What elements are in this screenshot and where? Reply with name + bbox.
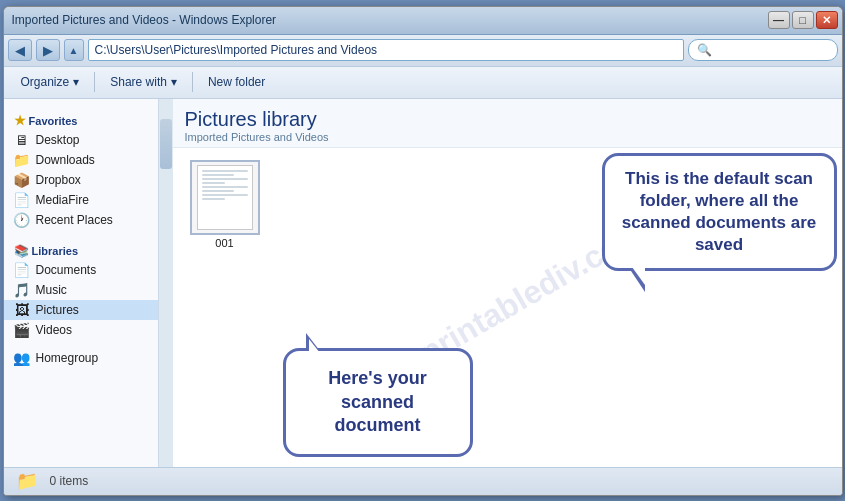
search-icon: 🔍 xyxy=(697,43,712,57)
callout-scan-folder: This is the default scan folder, where a… xyxy=(602,153,837,271)
window-title: Imported Pictures and Videos - Windows E… xyxy=(12,13,277,27)
folder-label: 001 xyxy=(215,237,233,249)
search-box[interactable]: 🔍 xyxy=(688,39,838,61)
favorites-section: ★ Favorites xyxy=(4,107,158,130)
content-pane: Pictures library Imported Pictures and V… xyxy=(173,99,842,467)
minimize-button[interactable]: — xyxy=(768,11,790,29)
title-bar: Imported Pictures and Videos - Windows E… xyxy=(4,7,842,35)
pictures-icon: 🖼 xyxy=(14,302,30,318)
doc-line-3 xyxy=(202,178,248,180)
window: Imported Pictures and Videos - Windows E… xyxy=(3,6,843,496)
content-header: Pictures library Imported Pictures and V… xyxy=(173,99,842,148)
sidebar-item-pictures[interactable]: 🖼 Pictures xyxy=(4,300,158,320)
dropbox-icon: 📦 xyxy=(14,172,30,188)
sidebar-item-mediafire[interactable]: 📄 MediaFire xyxy=(4,190,158,210)
callout-top-right-text: This is the default scan folder, where a… xyxy=(619,168,820,256)
callout-arrow-inner xyxy=(632,267,645,285)
folder-thumbnail xyxy=(190,160,260,235)
library-title: Pictures library xyxy=(185,107,830,131)
sidebar-item-downloads[interactable]: 📁 Downloads xyxy=(4,150,158,170)
sidebar-item-documents[interactable]: 📄 Documents xyxy=(4,260,158,280)
back-button[interactable]: ◀ xyxy=(8,39,32,61)
sidebar-item-homegroup[interactable]: 👥 Homegroup xyxy=(4,348,158,368)
forward-button[interactable]: ▶ xyxy=(36,39,60,61)
library-subtitle: Imported Pictures and Videos xyxy=(185,131,830,143)
share-chevron-icon: ▾ xyxy=(171,75,177,89)
sidebar: ★ Favorites 🖥 Desktop 📁 Downloads 📦 Drop… xyxy=(4,99,159,467)
main-area: ★ Favorites 🖥 Desktop 📁 Downloads 📦 Drop… xyxy=(4,99,842,467)
document-preview xyxy=(197,165,253,230)
sidebar-item-recent-places[interactable]: 🕐 Recent Places xyxy=(4,210,158,230)
toolbar: Organize ▾ Share with ▾ New folder xyxy=(4,67,842,99)
maximize-button[interactable]: □ xyxy=(792,11,814,29)
address-bar[interactable]: C:\Users\User\Pictures\Imported Pictures… xyxy=(88,39,684,61)
callout-bottom-text: Here's your scanned document xyxy=(300,367,456,437)
organize-chevron-icon: ▾ xyxy=(73,75,79,89)
toolbar-separator-1 xyxy=(94,72,95,92)
scrollbar-thumb[interactable] xyxy=(160,119,172,169)
toolbar-separator-2 xyxy=(192,72,193,92)
downloads-icon: 📁 xyxy=(14,152,30,168)
mediafire-icon: 📄 xyxy=(14,192,30,208)
status-items-count: 0 items xyxy=(50,474,89,488)
organize-button[interactable]: Organize ▾ xyxy=(12,70,89,94)
recent-places-icon: 🕐 xyxy=(14,212,30,228)
videos-icon: 🎬 xyxy=(14,322,30,338)
status-bar: 📁 0 items xyxy=(4,467,842,495)
navigation-bar: ◀ ▶ ▲ C:\Users\User\Pictures\Imported Pi… xyxy=(4,35,842,67)
doc-line-8 xyxy=(202,198,225,200)
share-with-label: Share with xyxy=(110,75,167,89)
music-icon: 🎵 xyxy=(14,282,30,298)
close-button[interactable]: ✕ xyxy=(816,11,838,29)
sidebar-item-music[interactable]: 🎵 Music xyxy=(4,280,158,300)
doc-line-5 xyxy=(202,186,248,188)
folder-item-001[interactable]: 001 xyxy=(185,160,265,249)
homegroup-icon: 👥 xyxy=(14,350,30,366)
doc-line-6 xyxy=(202,190,234,192)
new-folder-label: New folder xyxy=(208,75,265,89)
new-folder-button[interactable]: New folder xyxy=(199,70,274,94)
documents-icon: 📄 xyxy=(14,262,30,278)
sidebar-item-dropbox[interactable]: 📦 Dropbox xyxy=(4,170,158,190)
window-controls: — □ ✕ xyxy=(768,11,838,29)
organize-label: Organize xyxy=(21,75,70,89)
sidebar-item-desktop[interactable]: 🖥 Desktop xyxy=(4,130,158,150)
content-body: freeprintablediv.com xyxy=(173,148,842,467)
libraries-section: 📚 Libraries xyxy=(4,238,158,260)
doc-line-4 xyxy=(202,182,225,184)
doc-line-7 xyxy=(202,194,248,196)
address-text: C:\Users\User\Pictures\Imported Pictures… xyxy=(95,43,378,57)
up-button[interactable]: ▲ xyxy=(64,39,84,61)
callout-scanned-document: Here's your scanned document xyxy=(283,348,473,456)
share-with-button[interactable]: Share with ▾ xyxy=(101,70,186,94)
desktop-icon: 🖥 xyxy=(14,132,30,148)
sidebar-item-videos[interactable]: 🎬 Videos xyxy=(4,320,158,340)
status-folder-icon: 📁 xyxy=(16,470,38,492)
doc-lines xyxy=(202,170,248,202)
doc-line-1 xyxy=(202,170,248,172)
doc-line-2 xyxy=(202,174,234,176)
sidebar-scrollbar[interactable] xyxy=(159,99,173,467)
